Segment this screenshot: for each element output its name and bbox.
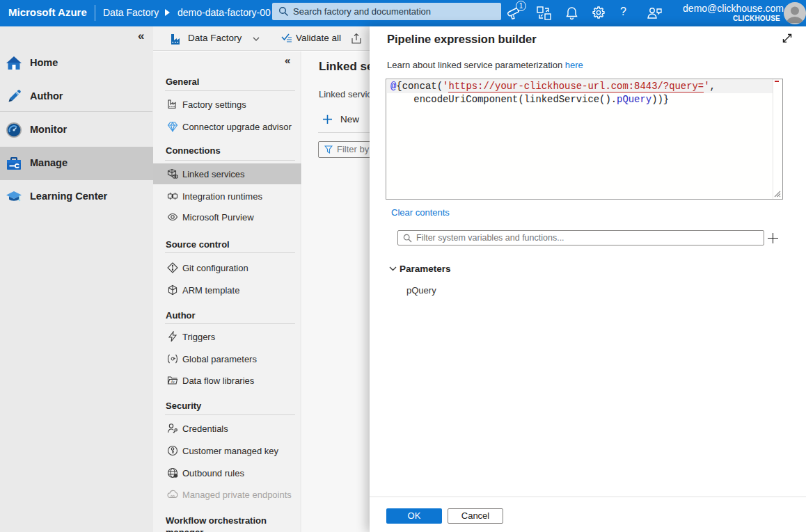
svg-text:fx: fx xyxy=(171,380,175,384)
